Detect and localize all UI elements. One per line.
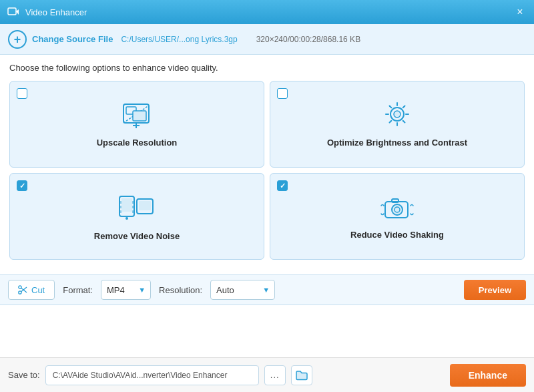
preview-button[interactable]: Preview: [464, 280, 526, 300]
svg-rect-19: [121, 198, 132, 212]
svg-rect-32: [392, 199, 398, 202]
add-circle-icon: +: [8, 30, 27, 49]
svg-rect-26: [132, 201, 134, 204]
upscale-checkbox[interactable]: [17, 88, 27, 99]
option-card-shaking: Reduce Video Shaking: [270, 173, 525, 260]
resolution-select-wrap: Auto 320×240 640×480 1280×720 ▼: [210, 280, 275, 300]
main-content: Choose the following options to enhance …: [0, 55, 534, 274]
change-source-button[interactable]: + Change Source File: [8, 30, 113, 49]
options-grid: Upscale Resolution: [9, 81, 525, 260]
svg-rect-23: [119, 201, 121, 204]
save-to-label: Save to:: [8, 370, 40, 380]
noise-label: Remove Video Noise: [94, 231, 180, 241]
close-button[interactable]: ×: [513, 5, 527, 19]
format-select-wrap: MP4 AVI MOV MKV ▼: [101, 280, 151, 300]
svg-line-17: [390, 120, 392, 122]
svg-point-30: [392, 204, 403, 215]
app-title: Video Enhancer: [25, 7, 87, 17]
svg-line-16: [403, 106, 405, 108]
file-meta: 320×240/00:00:28/868.16 KB: [256, 35, 360, 44]
enhance-button[interactable]: Enhance: [450, 364, 526, 387]
save-bar: Save to: C:\AVAide Studio\AVAid...nverte…: [0, 357, 534, 392]
noise-icon: [115, 191, 158, 224]
option-card-upscale: Upscale Resolution: [9, 81, 264, 168]
source-bar: + Change Source File C:/Users/USER/...on…: [0, 24, 534, 55]
title-bar-left: Video Enhancer: [7, 5, 87, 19]
brightness-checkbox[interactable]: [277, 88, 288, 99]
svg-line-14: [390, 106, 392, 108]
dots-label: ...: [270, 370, 280, 380]
browse-dots-button[interactable]: ...: [264, 365, 286, 385]
scissors-icon: [18, 285, 27, 295]
svg-point-20: [125, 217, 128, 220]
svg-point-33: [19, 291, 21, 294]
file-path: C:/Users/USER/...ong Lyrics.3gp: [121, 35, 237, 44]
shaking-checkbox[interactable]: [277, 180, 288, 191]
option-card-brightness: Optimize Brightness and Contrast: [270, 81, 525, 168]
svg-rect-25: [119, 210, 121, 213]
upscale-icon: [118, 100, 156, 131]
noise-checkbox[interactable]: [17, 180, 27, 191]
change-source-label: Change Source File: [32, 34, 113, 44]
upscale-label: Upscale Resolution: [97, 138, 178, 148]
cut-button[interactable]: Cut: [8, 280, 55, 300]
svg-rect-28: [132, 210, 134, 213]
option-card-noise: Remove Video Noise: [9, 173, 264, 260]
open-folder-button[interactable]: [291, 365, 312, 385]
title-bar: Video Enhancer ×: [0, 0, 534, 24]
svg-rect-27: [132, 206, 134, 208]
svg-rect-0: [8, 8, 16, 15]
brightness-label: Optimize Brightness and Contrast: [327, 138, 467, 148]
svg-line-15: [403, 120, 405, 122]
resolution-label: Resolution:: [159, 285, 202, 295]
cut-label: Cut: [31, 285, 45, 295]
save-path-display: C:\AVAide Studio\AVAid...nverter\Video E…: [45, 365, 259, 385]
svg-point-34: [19, 286, 21, 288]
shaking-label: Reduce Video Shaking: [350, 230, 444, 240]
format-label: Format:: [63, 285, 93, 295]
svg-rect-5: [133, 111, 146, 121]
resolution-select[interactable]: Auto 320×240 640×480 1280×720: [210, 280, 275, 300]
shaking-icon: [378, 192, 416, 223]
svg-rect-24: [119, 206, 121, 208]
svg-rect-22: [139, 201, 151, 210]
app-icon: [7, 5, 20, 19]
toolbar: Cut Format: MP4 AVI MOV MKV ▼ Resolution…: [0, 274, 534, 305]
format-select[interactable]: MP4 AVI MOV MKV: [101, 280, 151, 300]
brightness-icon: [378, 100, 416, 131]
folder-icon: [296, 370, 308, 381]
svg-point-9: [394, 111, 400, 118]
instruction-text: Choose the following options to enhance …: [9, 63, 525, 73]
